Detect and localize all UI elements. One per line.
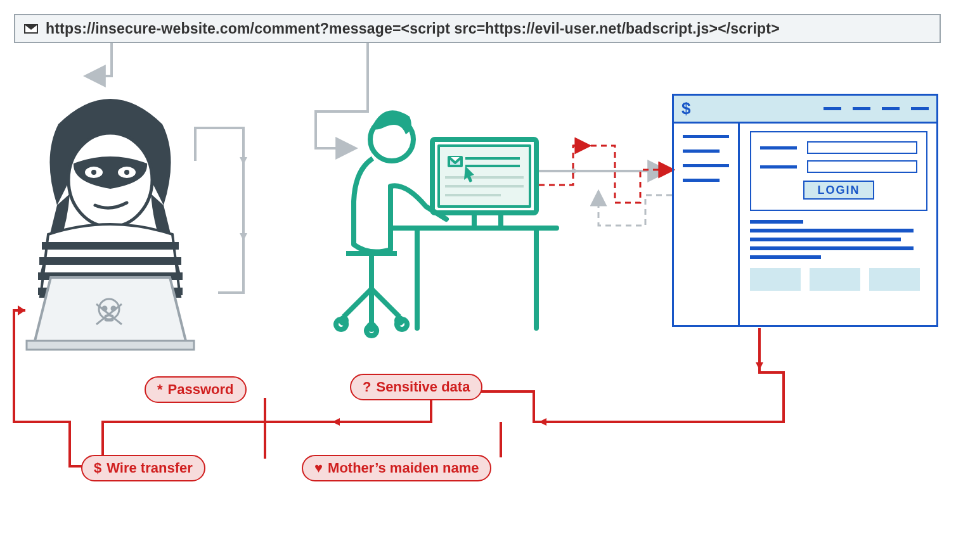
flow-attacker-path: [195, 128, 243, 293]
pill-wire-transfer: $ Wire transfer: [81, 455, 205, 481]
svg-point-4: [124, 170, 129, 175]
window-controls: [824, 107, 929, 110]
svg-rect-9: [27, 341, 194, 350]
heart-icon: ♥: [314, 461, 323, 475]
login-form: LOGIN: [750, 131, 927, 211]
bank-titlebar: $: [674, 96, 936, 124]
svg-point-3: [91, 170, 96, 175]
svg-rect-5: [42, 242, 179, 250]
pill-maiden-label: Mother’s maiden name: [328, 460, 479, 476]
flow-url-to-attacker: [87, 43, 112, 76]
pill-sensitive-label: Sensitive data: [376, 379, 470, 395]
password-label: [760, 165, 797, 169]
login-button[interactable]: LOGIN: [803, 181, 874, 200]
svg-point-22: [339, 315, 349, 326]
victim-figure: [311, 95, 564, 348]
svg-point-23: [394, 315, 404, 326]
bank-sidebar: [674, 124, 740, 325]
flow-session-return: [598, 193, 672, 226]
bank-main-pane: LOGIN: [740, 124, 936, 325]
dollar-icon: $: [681, 99, 690, 118]
question-icon: ?: [363, 380, 371, 394]
svg-rect-6: [39, 257, 181, 265]
pill-maiden-name: ♥ Mother’s maiden name: [302, 455, 491, 481]
bank-website-window: $ LOGIN: [672, 94, 938, 327]
xss-attack-diagram: https://insecure-website.com/comment?mes…: [0, 0, 956, 560]
pill-password: * Password: [145, 376, 247, 403]
dollar-icon: $: [94, 461, 101, 475]
asterisk-icon: *: [157, 383, 163, 397]
pill-wire-label: Wire transfer: [107, 460, 193, 476]
attacker-figure: [20, 87, 200, 353]
password-input[interactable]: [807, 160, 917, 173]
svg-point-24: [366, 322, 377, 332]
bank-content: [750, 220, 927, 291]
username-label: [760, 146, 797, 150]
pill-password-label: Password: [168, 381, 234, 398]
username-input[interactable]: [807, 141, 917, 154]
pill-sensitive-data: ? Sensitive data: [350, 374, 482, 400]
